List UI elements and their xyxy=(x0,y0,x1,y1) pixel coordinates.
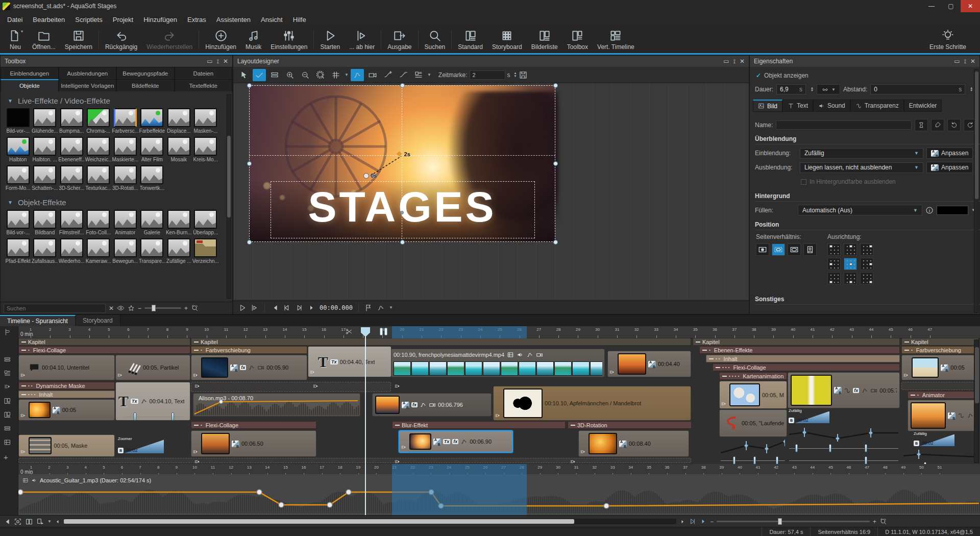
track-header-inhalt[interactable]: ••Inhalt xyxy=(706,355,900,362)
ausblendung-select[interactable]: Liegen lassen, nicht ausblenden▼ xyxy=(800,162,923,173)
clip-00-10-10-apfelm-nnchen-mandelbrot[interactable]: 00:10.10, Apfelmännchen / Mandelbrot xyxy=(493,386,691,421)
effect-thumbnail[interactable] xyxy=(114,137,137,156)
resize-handle[interactable] xyxy=(400,83,405,88)
effect-item[interactable]: Pfad-Effekt xyxy=(5,238,32,264)
toolbox-tab-einblendungen[interactable]: Einblendungen xyxy=(1,67,59,79)
effect-item[interactable]: 3D-Scher... xyxy=(58,165,85,191)
horizontal-scrollbar[interactable] xyxy=(64,519,676,524)
skip-1-icon[interactable] xyxy=(699,518,707,525)
ld-tool-curve[interactable] xyxy=(351,69,364,81)
effect-item[interactable]: Verzeichn... xyxy=(192,238,219,264)
menu-ansicht[interactable]: Ansicht xyxy=(256,12,288,27)
toolbar-öffnen-[interactable]: Öffnen... xyxy=(28,28,60,52)
effect-thumbnail[interactable] xyxy=(194,137,217,156)
float-icon[interactable]: ▭ xyxy=(207,58,212,65)
effect-thumbnail[interactable] xyxy=(87,108,110,127)
ld-tool-layers[interactable] xyxy=(268,69,281,81)
play-icon[interactable] xyxy=(238,304,247,312)
checkbox-checked-icon[interactable]: ✓ xyxy=(756,72,761,79)
pages-icon[interactable] xyxy=(25,518,33,526)
scroll-right-icon[interactable] xyxy=(679,519,685,525)
align-button-2-2[interactable] xyxy=(860,272,873,284)
rotate-ccw-button[interactable] xyxy=(947,119,961,131)
effect-item[interactable]: Bild-vor-... xyxy=(5,108,32,134)
ld-tool-camtrack[interactable] xyxy=(366,69,379,81)
scroll-left-icon[interactable] xyxy=(55,519,61,525)
zoom-lens-icon[interactable] xyxy=(879,518,887,525)
effect-thumbnail[interactable] xyxy=(114,108,137,127)
follow-playhead-icon[interactable] xyxy=(36,518,44,526)
effect-thumbnail[interactable] xyxy=(87,165,110,184)
effect-item[interactable]: Zufallsaus... xyxy=(32,238,59,264)
prop-tab-entwickler[interactable]: Entwickler xyxy=(904,100,942,112)
track-header-ebenen-effekte[interactable]: •Ebenen-Effekte xyxy=(699,346,900,354)
flag-tool-icon[interactable] xyxy=(364,304,373,312)
clip-00-05-partikel[interactable]: 00:05, Partikel xyxy=(115,355,190,380)
track-header-kapitel[interactable]: Kapitel xyxy=(901,338,979,346)
effect-item[interactable]: Überlapp... xyxy=(192,210,219,235)
close-icon[interactable]: ✕ xyxy=(223,58,228,65)
effect-item[interactable]: Tonwertk... xyxy=(139,165,166,191)
effect-item[interactable]: Schatten-... xyxy=(32,165,59,191)
abstand-input[interactable]: 0 s xyxy=(870,84,965,94)
ld-tool-zoomout[interactable] xyxy=(299,69,312,81)
toolbox-scrollbar[interactable] xyxy=(227,94,231,299)
effect-thumbnail[interactable] xyxy=(194,108,217,127)
clip-00-05-90[interactable]: fx00:05.90 xyxy=(191,355,307,380)
effect-item[interactable]: Transpare... xyxy=(139,238,166,264)
effect-thumbnail[interactable] xyxy=(140,165,163,184)
effect-thumbnail[interactable] xyxy=(60,108,83,127)
align-button-1-1[interactable] xyxy=(844,258,857,270)
effect-thumbnail[interactable] xyxy=(140,108,163,127)
effect-item[interactable]: Glühende... xyxy=(32,108,59,134)
toolbar-neu[interactable]: ▾Neu xyxy=(3,28,28,52)
properties-scrollbar[interactable] xyxy=(974,69,978,313)
effect-item[interactable]: Chroma-... xyxy=(85,108,112,134)
zoom-in-icon[interactable]: + xyxy=(873,518,876,525)
align-button-0-1[interactable] xyxy=(844,243,857,256)
ld-tool-zoomfit[interactable] xyxy=(314,69,327,81)
toolbar-hinzufügen[interactable]: Hinzufügen xyxy=(201,28,241,52)
effect-item[interactable]: Halbton. ... xyxy=(32,137,59,162)
link-duration-button[interactable]: ▼ xyxy=(817,84,840,94)
arrange-icon[interactable] xyxy=(312,383,319,390)
effect-item[interactable]: Animator xyxy=(112,210,139,235)
effect-thumbnail[interactable] xyxy=(33,238,56,257)
clear-search-icon[interactable]: ✕ xyxy=(109,305,114,312)
einblendung-select[interactable]: Zufällig▼ xyxy=(800,148,923,159)
resize-handle[interactable] xyxy=(247,83,252,88)
effect-item[interactable]: Mosaik xyxy=(165,137,192,162)
section-header[interactable]: ▼Live-Effekte / Video-Effekte xyxy=(1,92,226,107)
track-header-dynamische-maske[interactable]: ••Dynamische Maske xyxy=(18,382,115,389)
ld-tool-cursor[interactable] xyxy=(237,69,251,81)
effect-thumbnail[interactable] xyxy=(140,210,163,229)
effect-item[interactable]: Bumpma... xyxy=(58,108,85,134)
effect-item[interactable]: Alter Film xyxy=(139,137,166,162)
track-header-farbverschiebung[interactable]: •Farbverschiebung xyxy=(191,346,307,354)
align-button-2-1[interactable] xyxy=(844,272,857,284)
effect-thumbnail[interactable] xyxy=(60,238,83,257)
close-icon[interactable]: ✕ xyxy=(970,58,975,65)
align-button-0-2[interactable] xyxy=(860,243,873,256)
effect-thumbnail[interactable] xyxy=(194,238,217,257)
clip-alison-mp3-00-08-70[interactable]: Alison.mp3 - 00:08.70 xyxy=(193,393,360,417)
toolbox-tab-dateien[interactable]: Dateien xyxy=(175,67,233,79)
effect-thumbnail[interactable] xyxy=(7,165,30,184)
effect-thumbnail[interactable] xyxy=(7,238,30,257)
track-header-flexi-collage[interactable]: •••Flexi-Collage xyxy=(713,363,900,371)
toolbox-search-input[interactable] xyxy=(4,304,106,313)
arrange-icon[interactable] xyxy=(194,383,201,390)
effect-thumbnail[interactable] xyxy=(33,137,56,156)
preview-photo[interactable]: STAGES ✦ 2s 0s xyxy=(249,85,555,242)
effect-item[interactable]: Halbton xyxy=(5,137,32,162)
effect-item[interactable]: Masken-... xyxy=(192,108,219,134)
track-header-blur-effekt[interactable]: Blur-Effekt xyxy=(392,421,566,429)
resize-handle[interactable] xyxy=(247,161,252,166)
toolbar-suchen[interactable]: Suchen xyxy=(420,28,450,52)
abstand-spinner[interactable]: ▲▼ xyxy=(970,87,973,92)
keyframe-curve[interactable] xyxy=(789,427,898,442)
resize-handle[interactable] xyxy=(553,240,558,245)
fade-ramp-zufällig[interactable]: ZufälligB00:02 xyxy=(788,409,829,424)
toolbar-musik[interactable]: Musik xyxy=(241,28,266,52)
step-back-icon[interactable] xyxy=(283,304,291,312)
